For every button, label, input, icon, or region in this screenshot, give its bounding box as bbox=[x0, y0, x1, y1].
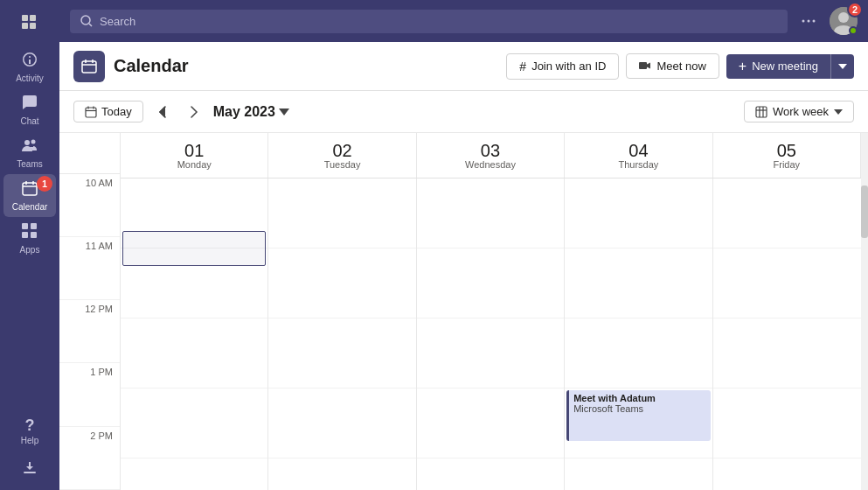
meet-now-button[interactable]: Meet now bbox=[626, 53, 719, 79]
calendar-action-buttons: # Join with an ID Meet now + New meeting bbox=[506, 53, 854, 80]
svg-rect-2 bbox=[22, 23, 28, 29]
work-week-label: Work week bbox=[773, 105, 829, 118]
svg-point-4 bbox=[24, 140, 30, 145]
svg-rect-0 bbox=[22, 15, 28, 21]
calendar-header: Calendar # Join with an ID Meet now + bbox=[59, 42, 868, 91]
join-with-id-button[interactable]: # Join with an ID bbox=[506, 53, 619, 80]
work-week-button[interactable]: Work week bbox=[744, 101, 854, 122]
ellipsis-icon bbox=[802, 19, 816, 23]
caret-down-icon bbox=[838, 64, 847, 69]
time-slot-10am: 10 AM bbox=[59, 174, 120, 237]
event-subtitle: Microsoft Teams bbox=[573, 403, 705, 414]
apps-grid-icon[interactable] bbox=[14, 7, 45, 38]
day-header-mon: 01 Monday bbox=[121, 133, 268, 178]
event-title: Meet with Adatum bbox=[573, 393, 705, 403]
video-icon bbox=[639, 60, 651, 73]
prev-week-button[interactable] bbox=[150, 100, 175, 124]
calendar-icon-svg bbox=[81, 59, 97, 74]
new-meeting-button[interactable]: + New meeting bbox=[726, 54, 830, 79]
new-meeting-caret[interactable] bbox=[830, 54, 854, 79]
svg-point-18 bbox=[808, 20, 810, 23]
time-slot-11am: 11 AM bbox=[59, 237, 120, 300]
day-header-thu: 04 Thursday bbox=[565, 133, 712, 178]
user-status-indicator bbox=[849, 26, 858, 35]
day-header-fri: 05 Friday bbox=[713, 133, 861, 178]
svg-rect-11 bbox=[31, 223, 37, 229]
calendar-navigation: Today May 2023 bbox=[59, 91, 868, 133]
topbar: Search 2 bbox=[59, 0, 868, 42]
today-icon bbox=[85, 106, 97, 118]
sidebar-item-download[interactable] bbox=[3, 454, 56, 483]
month-year-text: May 2023 bbox=[213, 104, 275, 120]
svg-point-19 bbox=[813, 20, 816, 23]
calendar-grid: 10 AM 11 AM 12 PM 1 PM 2 PM 01 Monday bbox=[59, 133, 868, 490]
sidebar-item-activity[interactable]: Activity bbox=[3, 46, 56, 88]
svg-rect-28 bbox=[86, 108, 96, 117]
sidebar-item-label-help: Help bbox=[21, 436, 39, 445]
new-meeting-label: New meeting bbox=[752, 60, 818, 73]
help-icon: ? bbox=[25, 417, 35, 433]
scrollbar-thumb[interactable] bbox=[861, 186, 868, 238]
apps-icon bbox=[21, 222, 38, 242]
day-col-tue[interactable] bbox=[268, 178, 416, 490]
svg-rect-1 bbox=[30, 15, 36, 21]
sidebar-item-teams[interactable]: Teams bbox=[3, 131, 56, 174]
month-year-label[interactable]: May 2023 bbox=[213, 104, 289, 120]
sidebar-item-label-activity: Activity bbox=[16, 74, 44, 83]
search-icon bbox=[80, 15, 93, 27]
hour-11am-mon[interactable] bbox=[121, 248, 267, 318]
next-week-button[interactable] bbox=[182, 100, 206, 124]
time-selection[interactable] bbox=[122, 231, 266, 266]
days-header: 01 Monday 02 Tuesday 03 Wednesday 04 Thu… bbox=[121, 133, 861, 178]
user-avatar[interactable]: 2 bbox=[830, 7, 858, 35]
sidebar-item-apps[interactable]: Apps bbox=[3, 217, 56, 260]
sidebar-item-label-teams: Teams bbox=[17, 159, 42, 169]
time-slot-2pm: 2 PM bbox=[59, 427, 120, 490]
time-column: 10 AM 11 AM 12 PM 1 PM 2 PM bbox=[59, 133, 121, 490]
today-button[interactable]: Today bbox=[73, 101, 143, 122]
topbar-actions: 2 bbox=[795, 7, 858, 35]
svg-rect-6 bbox=[23, 183, 37, 195]
sidebar-item-label-chat: Chat bbox=[20, 116, 38, 126]
hour-12pm-mon[interactable] bbox=[121, 318, 267, 388]
hour-1pm-mon[interactable] bbox=[121, 388, 267, 458]
day-col-wed[interactable] bbox=[417, 178, 565, 490]
day-header-tue: 02 Tuesday bbox=[268, 133, 416, 178]
hash-icon: # bbox=[519, 60, 526, 74]
calendar-icon bbox=[21, 179, 38, 200]
more-options-button[interactable] bbox=[795, 7, 823, 35]
search-placeholder: Search bbox=[100, 15, 135, 28]
event-meet-adatum[interactable]: Meet with Adatum Microsoft Teams bbox=[566, 390, 710, 441]
day-col-thu[interactable]: Meet with Adatum Microsoft Teams bbox=[565, 178, 712, 490]
download-icon bbox=[22, 459, 38, 478]
days-area: 01 Monday 02 Tuesday 03 Wednesday 04 Thu… bbox=[121, 133, 861, 490]
scrollbar[interactable] bbox=[861, 133, 868, 490]
calendar-badge: 1 bbox=[37, 176, 52, 192]
plus-icon: + bbox=[739, 60, 746, 74]
chat-icon bbox=[21, 94, 38, 114]
svg-point-15 bbox=[81, 16, 90, 24]
sidebar-item-label-calendar: Calendar bbox=[12, 202, 48, 212]
time-header-spacer bbox=[59, 133, 120, 174]
svg-rect-10 bbox=[22, 223, 28, 229]
time-slot-1pm: 1 PM bbox=[59, 363, 120, 426]
hour-2pm-mon[interactable] bbox=[121, 458, 267, 490]
video-camera-icon bbox=[639, 61, 651, 70]
sidebar-item-help[interactable]: ? Help bbox=[3, 412, 56, 451]
sidebar-item-calendar[interactable]: Calendar 1 bbox=[3, 174, 56, 217]
sidebar-item-chat[interactable]: Chat bbox=[3, 88, 56, 131]
notification-badge: 2 bbox=[847, 2, 863, 18]
work-week-caret-icon bbox=[834, 109, 843, 115]
today-label: Today bbox=[101, 105, 132, 118]
chevron-right-icon bbox=[190, 106, 198, 118]
day-col-fri[interactable] bbox=[713, 178, 861, 490]
svg-rect-27 bbox=[639, 62, 647, 69]
search-box[interactable]: Search bbox=[70, 10, 788, 33]
day-col-mon[interactable] bbox=[121, 178, 268, 490]
join-id-label: Join with an ID bbox=[531, 60, 606, 73]
teams-icon bbox=[21, 136, 38, 157]
main-content: Search 2 bbox=[59, 0, 868, 490]
day-header-wed: 03 Wednesday bbox=[417, 133, 565, 178]
calendar-app-icon bbox=[73, 51, 105, 82]
sidebar: Activity Chat Teams bbox=[0, 0, 59, 490]
